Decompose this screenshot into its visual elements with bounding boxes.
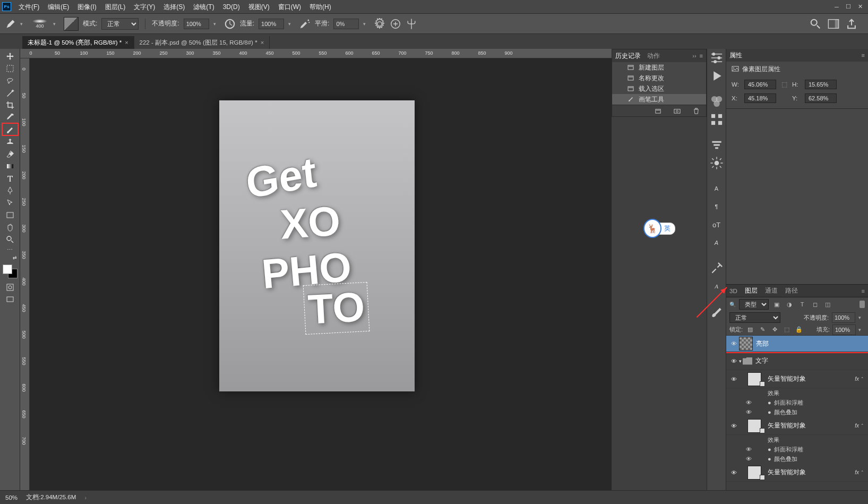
visibility-icon[interactable]: 👁 bbox=[743, 399, 754, 406]
opacity-input[interactable] bbox=[184, 19, 209, 29]
horizontal-ruler[interactable]: 0501001502002503003504004505005506006507… bbox=[20, 49, 612, 58]
link-icon[interactable]: ⬚ bbox=[779, 81, 789, 88]
character-icon[interactable]: A bbox=[710, 182, 724, 195]
camera-icon[interactable] bbox=[671, 105, 683, 117]
search-icon[interactable]: 🔍 bbox=[729, 302, 736, 307]
menu-view[interactable]: 视图(V) bbox=[244, 0, 274, 14]
maximize-button[interactable]: ☐ bbox=[843, 2, 854, 12]
brush-tool[interactable] bbox=[2, 123, 18, 135]
visibility-icon[interactable]: 👁 bbox=[728, 376, 739, 382]
tab-paths[interactable]: 路径 bbox=[785, 287, 798, 295]
history-item[interactable]: 载入选区 bbox=[612, 83, 706, 94]
lasso-tool[interactable] bbox=[2, 74, 18, 87]
visibility-icon[interactable]: 👁 bbox=[728, 469, 739, 476]
ime-indicator[interactable]: 🦌 英 bbox=[643, 219, 675, 238]
minimize-button[interactable]: ─ bbox=[831, 2, 843, 12]
menu-select[interactable]: 选择(S) bbox=[159, 0, 189, 14]
tab-properties[interactable]: 属性 bbox=[729, 52, 742, 59]
layer-effect-row[interactable]: 👁●斜面和浮雕 bbox=[726, 398, 868, 407]
panel-menu-icon[interactable]: ≡ bbox=[862, 288, 865, 294]
layer-row[interactable]: 👁亮部 bbox=[726, 336, 868, 352]
close-icon[interactable]: × bbox=[261, 39, 264, 46]
chevron-down-icon[interactable]: ▾ bbox=[363, 21, 369, 27]
layer-effect-row[interactable]: 效果 bbox=[726, 435, 868, 445]
filter-smart-icon[interactable]: ◫ bbox=[823, 300, 832, 309]
lock-all-icon[interactable]: 🔒 bbox=[794, 325, 804, 335]
layer-effect-row[interactable]: 👁●颜色叠加 bbox=[726, 407, 868, 417]
document-canvas[interactable]: Get XO PHO TO bbox=[219, 100, 415, 391]
collapse-icon[interactable]: ›› bbox=[692, 53, 696, 59]
smooth-input[interactable] bbox=[333, 19, 359, 29]
swatches-icon[interactable] bbox=[710, 95, 724, 108]
gradient-tool[interactable] bbox=[2, 160, 18, 172]
close-icon[interactable]: × bbox=[125, 39, 128, 46]
filter-toggle[interactable] bbox=[860, 301, 865, 308]
airbrush-icon[interactable] bbox=[299, 18, 311, 30]
filter-type-icon[interactable]: T bbox=[797, 300, 807, 309]
height-input[interactable] bbox=[805, 80, 837, 89]
type-tool[interactable] bbox=[2, 172, 18, 184]
chevron-up-icon[interactable]: ˄ bbox=[861, 470, 864, 475]
play-icon[interactable] bbox=[710, 69, 724, 83]
layer-row[interactable]: 👁▾文字 bbox=[726, 352, 868, 370]
symmetry-icon[interactable] bbox=[406, 18, 417, 30]
path-select-tool[interactable] bbox=[2, 197, 18, 209]
filter-icon[interactable] bbox=[710, 138, 724, 152]
foreground-color[interactable] bbox=[3, 264, 12, 274]
layer-row[interactable]: 👁矢量智能对象fx˄ bbox=[726, 370, 868, 388]
tab-layers[interactable]: 图层 bbox=[745, 287, 758, 295]
filter-pixel-icon[interactable]: ▣ bbox=[772, 300, 781, 309]
layer-effect-row[interactable]: 👁●斜面和浮雕 bbox=[726, 445, 868, 454]
menu-layer[interactable]: 图层(L) bbox=[101, 0, 130, 14]
hand-tool[interactable] bbox=[2, 221, 18, 233]
fx-badge[interactable]: fx bbox=[855, 469, 859, 475]
visibility-icon[interactable]: 👁 bbox=[728, 340, 739, 347]
brush-panel-icon[interactable] bbox=[710, 305, 724, 319]
clone-stamp-tool[interactable] bbox=[2, 135, 18, 148]
layer-row[interactable]: 👁矢量智能对象fx˄ bbox=[726, 417, 868, 435]
eraser-tool[interactable] bbox=[2, 148, 18, 160]
history-item[interactable]: 新建图层 bbox=[612, 62, 706, 73]
filter-adjust-icon[interactable]: ◑ bbox=[785, 300, 794, 309]
chevron-down-icon[interactable]: ▾ bbox=[858, 315, 865, 320]
flow-input[interactable] bbox=[259, 19, 284, 29]
chevron-down-icon[interactable]: ▾ bbox=[858, 327, 865, 332]
zoom-level[interactable]: 50% bbox=[5, 494, 18, 501]
lock-position-icon[interactable]: ✥ bbox=[770, 325, 779, 335]
pressure-size-icon[interactable] bbox=[390, 18, 401, 30]
lock-transparency-icon[interactable]: ▨ bbox=[745, 325, 755, 335]
document-size[interactable]: 文档:2.94M/25.6M bbox=[26, 493, 76, 501]
menu-filter[interactable]: 滤镜(T) bbox=[189, 0, 218, 14]
move-tool[interactable] bbox=[2, 50, 18, 62]
blend-mode-select[interactable]: 正常 bbox=[101, 18, 139, 30]
x-input[interactable] bbox=[744, 93, 776, 103]
char-style-icon[interactable]: A bbox=[710, 236, 724, 250]
chevron-down-icon[interactable]: ▾ bbox=[20, 21, 27, 27]
layer-name[interactable]: 文字 bbox=[755, 356, 866, 365]
history-item[interactable]: 画笔工具 bbox=[612, 94, 706, 105]
adjustments-icon[interactable] bbox=[710, 51, 724, 65]
layer-row[interactable]: 👁矢量智能对象fx˄ bbox=[726, 464, 868, 482]
brush-preset-picker[interactable]: 400 bbox=[31, 16, 49, 32]
swap-colors-icon[interactable]: ⇄ bbox=[2, 254, 18, 261]
chevron-down-icon[interactable]: ▾ bbox=[739, 358, 742, 364]
menu-file[interactable]: 文件(F) bbox=[14, 0, 44, 14]
document-tab-1[interactable]: 未标题-1 @ 50% (亮部, RGB/8#) * × bbox=[22, 36, 134, 49]
lock-artboard-icon[interactable]: ⬚ bbox=[782, 325, 792, 335]
layer-name[interactable]: 矢量智能对象 bbox=[768, 468, 855, 477]
new-snapshot-icon[interactable] bbox=[652, 105, 664, 117]
chevron-up-icon[interactable]: ˄ bbox=[861, 423, 864, 429]
marquee-tool[interactable] bbox=[2, 62, 18, 74]
lock-paint-icon[interactable]: ✎ bbox=[758, 325, 767, 335]
trash-icon[interactable] bbox=[690, 105, 702, 117]
fx-badge[interactable]: fx bbox=[855, 423, 859, 429]
tools-icon[interactable] bbox=[710, 261, 724, 275]
layer-opacity-input[interactable] bbox=[832, 312, 855, 323]
menu-help[interactable]: 帮助(H) bbox=[305, 0, 336, 14]
crop-tool[interactable] bbox=[2, 99, 18, 111]
rectangle-tool[interactable] bbox=[2, 209, 18, 221]
menu-image[interactable]: 图像(I) bbox=[73, 0, 100, 14]
search-icon[interactable] bbox=[810, 18, 821, 30]
grid-icon[interactable] bbox=[710, 113, 724, 126]
y-input[interactable] bbox=[805, 93, 837, 103]
